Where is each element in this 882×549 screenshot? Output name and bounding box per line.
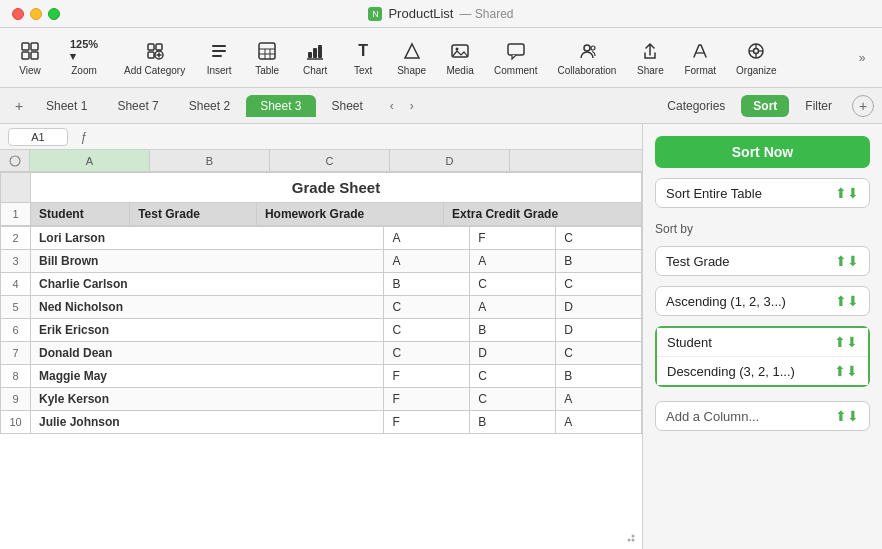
table-cell[interactable]: D [556, 296, 642, 319]
filter-tab[interactable]: Filter [793, 95, 844, 117]
table-row[interactable]: 9Kyle KersonFCA [1, 388, 642, 411]
table-cell[interactable]: D [470, 342, 556, 365]
row-num-title [1, 173, 31, 203]
table-cell[interactable]: F [384, 411, 470, 434]
sort-col-2-open-dropdown[interactable]: Student ⬆⬇ Descending (3, 2, 1...) ⬆⬇ [655, 326, 870, 387]
table-row[interactable]: 8Maggie MayFCB [1, 365, 642, 388]
table-cell[interactable]: B [556, 250, 642, 273]
toolbar-add-category[interactable]: Add Category [116, 36, 193, 80]
toolbar-shape[interactable]: Shape [389, 36, 434, 80]
sort-order-1-arrow: ⬆⬇ [835, 293, 859, 309]
table-cell[interactable]: C [384, 342, 470, 365]
table-row[interactable]: 2Lori LarsonAFC [1, 227, 642, 250]
sort-entire-table-label: Sort Entire Table [666, 186, 762, 201]
toolbar-zoom[interactable]: 125% ▾ Zoom [56, 36, 112, 80]
sort-now-button[interactable]: Sort Now [655, 136, 870, 168]
titlebar: N ProductList — Shared [0, 0, 882, 28]
table-cell[interactable]: F [384, 388, 470, 411]
sort-tab[interactable]: Sort [741, 95, 789, 117]
sort-col-2-header[interactable]: Student ⬆⬇ [657, 328, 868, 356]
cell-reference[interactable]: A1 [8, 128, 68, 146]
table-cell[interactable]: C [470, 273, 556, 296]
toolbar-view[interactable]: View [8, 36, 52, 80]
tab-next-button[interactable]: › [403, 97, 421, 115]
cell-ref-value: A1 [31, 131, 44, 143]
right-panel-tabs: Categories Sort Filter + [655, 95, 874, 117]
table-cell[interactable]: C [384, 319, 470, 342]
minimize-button[interactable] [30, 8, 42, 20]
add-panel-button[interactable]: + [852, 95, 874, 117]
toolbar-format[interactable]: Format [676, 36, 724, 80]
resize-handle[interactable] [624, 531, 636, 543]
toolbar-more-button[interactable]: » [850, 46, 874, 70]
maximize-button[interactable] [48, 8, 60, 20]
toolbar-insert[interactable]: Insert [197, 36, 241, 80]
table-cell[interactable]: C [556, 227, 642, 250]
tab-sheet-more[interactable]: Sheet [318, 95, 377, 117]
share-icon [639, 40, 661, 62]
sort-entire-table-dropdown[interactable]: Sort Entire Table ⬆⬇ [655, 178, 870, 208]
svg-rect-18 [308, 52, 312, 58]
col-header-d[interactable]: D [390, 150, 510, 171]
tab-prev-button[interactable]: ‹ [383, 97, 401, 115]
toolbar-collaboration[interactable]: Collaboration [549, 36, 624, 80]
table-cell[interactable]: B [556, 365, 642, 388]
table-cell[interactable]: Maggie May [31, 365, 384, 388]
tab-sheet2[interactable]: Sheet 2 [175, 95, 244, 117]
table-cell[interactable]: F [470, 227, 556, 250]
toolbar-text[interactable]: T Text [341, 36, 385, 80]
table-cell[interactable]: Lori Larson [31, 227, 384, 250]
tab-sheet7[interactable]: Sheet 7 [103, 95, 172, 117]
sort-order-2-option[interactable]: Descending (3, 2, 1...) ⬆⬇ [657, 357, 868, 385]
table-cell[interactable]: B [470, 319, 556, 342]
table-cell[interactable]: Julie Johnson [31, 411, 384, 434]
add-column-dropdown[interactable]: Add a Column... ⬆⬇ [655, 401, 870, 431]
table-cell[interactable]: C [556, 342, 642, 365]
table-cell[interactable]: C [470, 388, 556, 411]
sort-order-2-body: Descending (3, 2, 1...) ⬆⬇ [657, 356, 868, 385]
col-header-b[interactable]: B [150, 150, 270, 171]
add-sheet-button[interactable]: + [8, 95, 30, 117]
table-cell[interactable]: Charlie Carlson [31, 273, 384, 296]
close-button[interactable] [12, 8, 24, 20]
table-cell[interactable]: Erik Ericson [31, 319, 384, 342]
table-cell[interactable]: A [384, 250, 470, 273]
categories-tab[interactable]: Categories [655, 95, 737, 117]
tab-sheet3[interactable]: Sheet 3 [246, 95, 315, 117]
table-cell[interactable]: C [556, 273, 642, 296]
table-cell[interactable]: A [384, 227, 470, 250]
toolbar-media[interactable]: Media [438, 36, 482, 80]
table-cell[interactable]: C [384, 296, 470, 319]
table-cell[interactable]: Ned Nicholson [31, 296, 384, 319]
table-row[interactable]: 5Ned NicholsonCAD [1, 296, 642, 319]
table-cell[interactable]: D [556, 319, 642, 342]
toolbar-share[interactable]: Share [628, 36, 672, 80]
table-cell[interactable]: F [384, 365, 470, 388]
table-cell[interactable]: A [556, 388, 642, 411]
table-row[interactable]: 6Erik EricsonCBD [1, 319, 642, 342]
table-row[interactable]: 7Donald DeanCDC [1, 342, 642, 365]
table-cell[interactable]: A [470, 250, 556, 273]
col-header-a[interactable]: A [30, 150, 150, 171]
table-cell[interactable]: C [470, 365, 556, 388]
share-label: Share [637, 65, 664, 76]
tab-sheet1[interactable]: Sheet 1 [32, 95, 101, 117]
toolbar-chart[interactable]: Chart [293, 36, 337, 80]
sort-order-1-dropdown[interactable]: Ascending (1, 2, 3...) ⬆⬇ [655, 286, 870, 316]
table-row[interactable]: 4Charlie CarlsonBCC [1, 273, 642, 296]
toolbar-organize[interactable]: Organize [728, 36, 785, 80]
toolbar-comment[interactable]: Comment [486, 36, 545, 80]
table-cell[interactable]: B [384, 273, 470, 296]
table-cell[interactable]: Kyle Kerson [31, 388, 384, 411]
toolbar-table[interactable]: Table [245, 36, 289, 80]
col-header-c[interactable]: C [270, 150, 390, 171]
sort-col-1-dropdown[interactable]: Test Grade ⬆⬇ [655, 246, 870, 276]
table-row[interactable]: 10Julie JohnsonFBA [1, 411, 642, 434]
table-cell[interactable]: Bill Brown [31, 250, 384, 273]
table-cell[interactable]: A [470, 296, 556, 319]
table-cell[interactable]: Donald Dean [31, 342, 384, 365]
spreadsheet-content[interactable]: Grade Sheet 1 Student Test Grade Homewor… [0, 172, 642, 549]
table-row[interactable]: 3Bill BrownAAB [1, 250, 642, 273]
table-cell[interactable]: A [556, 411, 642, 434]
table-cell[interactable]: B [470, 411, 556, 434]
